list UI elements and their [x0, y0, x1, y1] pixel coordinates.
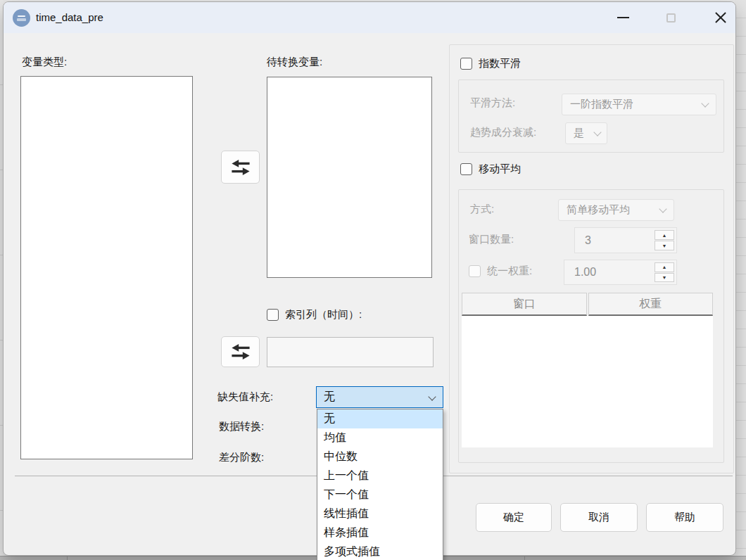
diff-order-label: 差分阶数:	[219, 451, 264, 464]
spin-up-icon: ▲	[655, 230, 674, 240]
desktop-grid-line	[524, 556, 525, 560]
title-bar[interactable]: time_data_pre	[4, 2, 735, 33]
missing-value-label: 缺失值补充:	[217, 390, 273, 404]
missing-value-combobox[interactable]: 无	[316, 386, 443, 408]
index-column-input[interactable]	[267, 337, 434, 367]
window-title: time_data_pre	[36, 2, 103, 33]
transfer-variables-button[interactable]	[221, 151, 260, 184]
missing-value-option[interactable]: 下一个值	[317, 485, 443, 504]
exp-smoothing-checkbox[interactable]: 指数平滑	[460, 57, 521, 70]
checkbox-box	[460, 163, 472, 175]
trend-damping-value: 是	[574, 127, 584, 139]
chevron-down-icon	[659, 205, 666, 212]
target-variables-label: 待转换变量:	[267, 56, 322, 69]
trend-damping-dropdown: 是	[565, 122, 607, 144]
column-header-window: 窗口	[462, 293, 587, 316]
smoothing-method-dropdown: 一阶指数平滑	[562, 94, 716, 115]
uniform-weight-checkbox: 统一权重:	[469, 265, 532, 278]
trend-damping-label: 趋势成分衰减:	[470, 126, 536, 139]
uniform-weight-label: 统一权重:	[487, 265, 532, 278]
column-header-weight: 权重	[588, 293, 714, 316]
ok-button-label: 确定	[503, 511, 524, 524]
spin-up-icon: ▲	[655, 262, 674, 272]
help-button[interactable]: 帮助	[646, 503, 723, 532]
app-logo-icon	[13, 9, 30, 27]
index-column-label: 索引列（时间）:	[285, 308, 362, 322]
cancel-button[interactable]: 取消	[560, 503, 638, 532]
missing-value-option[interactable]: 均值	[317, 428, 443, 447]
variable-type-listbox[interactable]	[20, 76, 193, 459]
weights-table-header: 窗口 权重	[462, 293, 713, 316]
dialog-window: time_data_pre 变量类型: 待转换变量: 索引列（时间）:	[3, 1, 736, 556]
variable-type-label: 变量类型:	[22, 56, 67, 69]
minimize-icon	[617, 17, 629, 18]
checkbox-box	[460, 58, 472, 70]
missing-value-option[interactable]: 上一个值	[317, 466, 443, 485]
moving-average-checkbox[interactable]: 移动平均	[460, 163, 521, 176]
missing-value-option[interactable]: 无	[317, 409, 443, 428]
exp-smoothing-label: 指数平滑	[479, 57, 521, 70]
cancel-button-label: 取消	[588, 511, 609, 524]
window-count-value: 3	[585, 234, 591, 247]
ma-mode-label: 方式:	[470, 203, 494, 216]
desktop-grid-line	[67, 556, 68, 560]
minimize-button[interactable]	[608, 5, 638, 30]
smoothing-method-value: 一阶指数平滑	[570, 98, 633, 110]
help-button-label: 帮助	[674, 511, 695, 524]
swap-arrows-icon	[229, 158, 253, 177]
ma-mode-value: 简单移动平均	[567, 203, 630, 215]
window-count-label: 窗口数量:	[469, 233, 514, 246]
checkbox-box	[267, 309, 279, 321]
missing-value-option[interactable]: 中位数	[317, 447, 443, 466]
ma-mode-dropdown: 简单移动平均	[558, 199, 674, 221]
smoothing-method-label: 平滑方法:	[470, 96, 515, 110]
missing-value-dropdown-list: 无均值中位数上一个值下一个值线性插值样条插值多项式插值	[317, 409, 443, 560]
weights-table[interactable]: 窗口 权重	[462, 293, 713, 447]
missing-value-selected: 无	[324, 390, 335, 402]
transfer-index-button[interactable]	[221, 336, 260, 367]
missing-value-option[interactable]: 样条插值	[317, 523, 443, 542]
checkbox-box	[469, 265, 481, 277]
chevron-down-icon	[428, 393, 436, 400]
spin-down-icon: ▼	[655, 273, 674, 283]
close-icon	[714, 11, 728, 25]
chevron-down-icon	[593, 128, 601, 136]
uniform-weight-spinner: 1.00 ▲ ▼	[564, 260, 677, 285]
data-transform-label: 数据转换:	[219, 420, 264, 433]
missing-value-option[interactable]: 多项式插值	[317, 542, 443, 560]
uniform-weight-value: 1.00	[574, 266, 596, 279]
close-button[interactable]	[706, 5, 735, 30]
target-variables-listbox[interactable]	[267, 77, 432, 278]
moving-average-label: 移动平均	[479, 163, 521, 176]
chevron-down-icon	[701, 99, 709, 107]
spin-down-icon: ▼	[655, 241, 674, 250]
index-column-checkbox[interactable]: 索引列（时间）:	[267, 308, 362, 322]
maximize-button	[656, 5, 685, 30]
swap-arrows-icon	[229, 342, 253, 362]
maximize-icon	[666, 13, 676, 23]
desktop-background-right	[735, 0, 746, 560]
window-count-spinner: 3 ▲ ▼	[574, 227, 677, 253]
missing-value-option[interactable]: 线性插值	[317, 504, 443, 523]
ok-button[interactable]: 确定	[476, 503, 552, 532]
weights-table-body	[462, 316, 713, 447]
